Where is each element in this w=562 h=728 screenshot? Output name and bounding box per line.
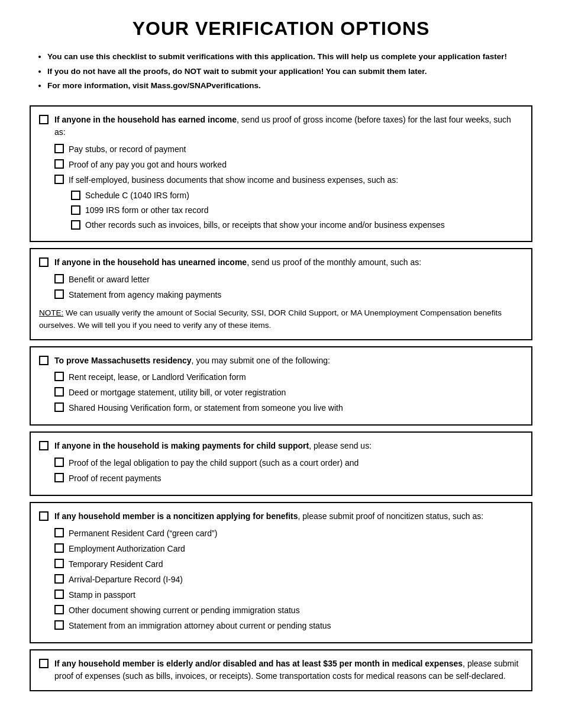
sub-checkbox-noncitizen-1[interactable] bbox=[54, 543, 64, 553]
sub-item-noncitizen-3: Arrival-Departure Record (I-94) bbox=[54, 574, 523, 586]
sub-text-noncitizen-1: Employment Authorization Card bbox=[69, 543, 185, 555]
section-header-text-medical-expenses: If any household member is elderly and/o… bbox=[54, 658, 523, 683]
section-header-bold-residency: To prove Massachusetts residency bbox=[54, 356, 192, 365]
section-header-rest-residency: , you may submit one of the following: bbox=[192, 356, 330, 365]
section-checkbox-noncitizen[interactable] bbox=[39, 511, 49, 521]
sub-checkbox-residency-0[interactable] bbox=[54, 372, 64, 381]
note-rest-unearned-income: We can usually verify the amount of Soci… bbox=[39, 308, 502, 330]
sub-text-unearned-income-1: Statement from agency making payments bbox=[69, 289, 221, 301]
section-header-row-earned-income: If anyone in the household has earned in… bbox=[39, 114, 523, 139]
sub-text-noncitizen-4: Stamp in passport bbox=[69, 589, 135, 601]
sub-text-noncitizen-2: Temporary Resident Card bbox=[69, 558, 163, 571]
sub-checkbox-residency-1[interactable] bbox=[54, 387, 64, 397]
section-header-text-noncitizen: If any household member is a noncitizen … bbox=[54, 510, 523, 523]
section-child-support: If anyone in the household is making pay… bbox=[30, 431, 532, 496]
sub-text-unearned-income-0: Benefit or award letter bbox=[69, 273, 150, 286]
sub-checkbox-child-support-1[interactable] bbox=[54, 473, 64, 482]
sub-items-child-support: Proof of the legal obligation to pay the… bbox=[54, 457, 523, 485]
intro-bullets: You can use this checklist to submit ver… bbox=[30, 50, 532, 92]
sub-sub-checkbox-earned-income-2-0[interactable] bbox=[71, 191, 80, 200]
sub-text-earned-income-0: Pay stubs, or record of payment bbox=[69, 143, 186, 156]
sub-text-earned-income-1: Proof of any pay you got and hours worke… bbox=[69, 159, 227, 171]
sub-item-earned-income-1: Proof of any pay you got and hours worke… bbox=[54, 159, 523, 171]
section-header-rest-noncitizen: , please submit proof of noncitizen stat… bbox=[298, 511, 484, 521]
section-header-row-unearned-income: If anyone in the household has unearned … bbox=[39, 256, 523, 269]
sub-checkbox-noncitizen-6[interactable] bbox=[54, 620, 64, 630]
sub-items-noncitizen: Permanent Resident Card (“green card”)Em… bbox=[54, 527, 523, 632]
section-checkbox-medical-expenses[interactable] bbox=[39, 659, 49, 668]
sub-checkbox-earned-income-1[interactable] bbox=[54, 159, 64, 169]
section-header-text-residency: To prove Massachusetts residency, you ma… bbox=[54, 355, 523, 368]
sub-text-residency-0: Rent receipt, lease, or Landlord Verific… bbox=[69, 371, 246, 384]
section-unearned-income: If anyone in the household has unearned … bbox=[30, 248, 532, 340]
section-header-bold-unearned-income: If anyone in the household has unearned … bbox=[54, 257, 247, 267]
sub-item-noncitizen-5: Other document showing current or pendin… bbox=[54, 604, 523, 617]
section-earned-income: If anyone in the household has earned in… bbox=[30, 105, 532, 242]
sub-sub-item-earned-income-2-0: Schedule C (1040 IRS form) bbox=[71, 189, 523, 202]
sub-text-child-support-1: Proof of recent payments bbox=[69, 472, 161, 485]
intro-bullet-3: For more information, visit Mass.gov/SNA… bbox=[47, 79, 532, 92]
section-header-rest-unearned-income: , send us proof of the monthly amount, s… bbox=[247, 257, 421, 267]
page-title: YOUR VERIFICATION OPTIONS bbox=[30, 18, 532, 40]
sub-checkbox-noncitizen-5[interactable] bbox=[54, 605, 64, 614]
sub-text-noncitizen-5: Other document showing current or pendin… bbox=[69, 604, 300, 617]
sub-checkbox-unearned-income-0[interactable] bbox=[54, 274, 64, 284]
sub-item-child-support-1: Proof of recent payments bbox=[54, 472, 523, 485]
sub-item-earned-income-2: If self-employed, business documents tha… bbox=[54, 174, 523, 186]
sub-text-earned-income-2: If self-employed, business documents tha… bbox=[69, 174, 398, 186]
sub-checkbox-earned-income-2[interactable] bbox=[54, 175, 64, 184]
section-header-text-unearned-income: If anyone in the household has unearned … bbox=[54, 256, 523, 269]
section-header-row-noncitizen: If any household member is a noncitizen … bbox=[39, 510, 523, 523]
sub-checkbox-noncitizen-4[interactable] bbox=[54, 590, 64, 599]
section-header-bold-earned-income: If anyone in the household has earned in… bbox=[54, 115, 237, 124]
sub-text-residency-2: Shared Housing Verification form, or sta… bbox=[69, 402, 343, 414]
section-header-text-earned-income: If anyone in the household has earned in… bbox=[54, 114, 523, 139]
section-header-text-child-support: If anyone in the household is making pay… bbox=[54, 440, 523, 453]
sub-sub-item-earned-income-2-2: Other records such as invoices, bills, o… bbox=[71, 219, 523, 231]
sub-sub-item-earned-income-2-1: 1099 IRS form or other tax record bbox=[71, 204, 523, 217]
sub-item-child-support-0: Proof of the legal obligation to pay the… bbox=[54, 457, 523, 469]
sub-item-noncitizen-1: Employment Authorization Card bbox=[54, 543, 523, 555]
sub-sub-checkbox-earned-income-2-1[interactable] bbox=[71, 205, 80, 215]
section-checkbox-unearned-income[interactable] bbox=[39, 257, 49, 267]
sub-sub-text-earned-income-2-0: Schedule C (1040 IRS form) bbox=[85, 189, 189, 202]
sub-text-noncitizen-3: Arrival-Departure Record (I-94) bbox=[69, 574, 183, 586]
sub-sub-text-earned-income-2-1: 1099 IRS form or other tax record bbox=[85, 204, 209, 217]
section-residency: To prove Massachusetts residency, you ma… bbox=[30, 346, 532, 426]
section-header-bold-child-support: If anyone in the household is making pay… bbox=[54, 441, 309, 450]
sub-item-noncitizen-4: Stamp in passport bbox=[54, 589, 523, 601]
sub-sub-items-earned-income-2: Schedule C (1040 IRS form)1099 IRS form … bbox=[71, 189, 523, 231]
sub-item-unearned-income-0: Benefit or award letter bbox=[54, 273, 523, 286]
sub-item-noncitizen-2: Temporary Resident Card bbox=[54, 558, 523, 571]
section-medical-expenses: If any household member is elderly and/o… bbox=[30, 649, 532, 691]
section-header-bold-noncitizen: If any household member is a noncitizen … bbox=[54, 511, 298, 521]
sub-checkbox-unearned-income-1[interactable] bbox=[54, 289, 64, 299]
sub-text-noncitizen-6: Statement from an immigration attorney a… bbox=[69, 620, 331, 632]
section-checkbox-earned-income[interactable] bbox=[39, 115, 49, 124]
note-label-unearned-income: NOTE: bbox=[39, 308, 63, 317]
sub-checkbox-noncitizen-2[interactable] bbox=[54, 559, 64, 568]
sub-checkbox-earned-income-0[interactable] bbox=[54, 144, 64, 153]
sections-container: If anyone in the household has earned in… bbox=[30, 105, 532, 691]
intro-bullet-1: You can use this checklist to submit ver… bbox=[47, 50, 532, 63]
sub-items-earned-income: Pay stubs, or record of paymentProof of … bbox=[54, 143, 523, 231]
sub-checkbox-child-support-0[interactable] bbox=[54, 458, 64, 467]
section-checkbox-residency[interactable] bbox=[39, 356, 49, 365]
sub-item-earned-income-0: Pay stubs, or record of payment bbox=[54, 143, 523, 156]
intro-bullet-2: If you do not have all the proofs, do NO… bbox=[47, 65, 532, 78]
sub-sub-text-earned-income-2-2: Other records such as invoices, bills, o… bbox=[85, 219, 445, 231]
sub-text-residency-1: Deed or mortgage statement, utility bill… bbox=[69, 386, 286, 399]
section-header-row-residency: To prove Massachusetts residency, you ma… bbox=[39, 355, 523, 368]
sub-checkbox-residency-2[interactable] bbox=[54, 402, 64, 412]
sub-item-unearned-income-1: Statement from agency making payments bbox=[54, 289, 523, 301]
sub-checkbox-noncitizen-3[interactable] bbox=[54, 574, 64, 584]
section-header-bold-medical-expenses: If any household member is elderly and/o… bbox=[54, 659, 463, 668]
sub-checkbox-noncitizen-0[interactable] bbox=[54, 528, 64, 537]
section-header-row-medical-expenses: If any household member is elderly and/o… bbox=[39, 658, 523, 683]
section-noncitizen: If any household member is a noncitizen … bbox=[30, 502, 532, 643]
section-checkbox-child-support[interactable] bbox=[39, 441, 49, 450]
section-header-row-child-support: If anyone in the household is making pay… bbox=[39, 440, 523, 453]
sub-sub-checkbox-earned-income-2-2[interactable] bbox=[71, 220, 80, 230]
sub-items-unearned-income: Benefit or award letterStatement from ag… bbox=[54, 273, 523, 301]
note-unearned-income: NOTE: We can usually verify the amount o… bbox=[39, 307, 523, 332]
